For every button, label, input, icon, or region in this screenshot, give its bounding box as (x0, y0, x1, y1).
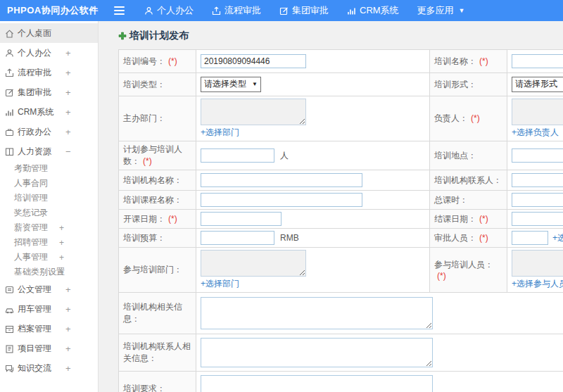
training-plan-form: 培训编号：(*) 培训名称：(*) 培训类型： 请选择类型▼ 培训形式： 请选择… (118, 49, 563, 392)
sidebar-subitem-rewards[interactable]: 奖惩记录 (0, 206, 98, 220)
briefcase-icon (5, 127, 14, 137)
person-icon (5, 49, 14, 58)
sidebar-subitem-personnel[interactable]: 人事管理 + (0, 250, 98, 265)
budget-label: 培训预算： (119, 229, 196, 248)
expand-icon[interactable]: + (65, 343, 71, 354)
requirements-textarea[interactable] (201, 375, 433, 392)
sidebar-item-personal-office[interactable]: 个人办公 + (0, 43, 98, 63)
org-contact-input[interactable] (512, 173, 563, 187)
sidebar-item-projects[interactable]: 项目管理 + (0, 339, 98, 358)
expand-icon[interactable]: + (65, 87, 71, 98)
sidebar-item-crm[interactable]: CRM系统 + (0, 102, 98, 122)
training-mode-label: 培训形式： (430, 73, 507, 96)
expand-icon[interactable]: + (65, 324, 71, 334)
form-row: 开课日期：(*) 结课日期：(*) (119, 210, 563, 229)
nav-label: 集团审批 (292, 4, 329, 17)
total-hours-input[interactable] (512, 193, 563, 207)
location-label: 培训地点： (430, 141, 507, 170)
training-type-select[interactable]: 请选择类型▼ (201, 77, 261, 92)
nav-item-workflow-approval[interactable]: 流程审批 (212, 4, 261, 17)
menu-toggle-icon[interactable] (114, 6, 125, 15)
app-brand: PHPOA协同办公软件 (0, 4, 106, 17)
expand-icon[interactable]: + (65, 363, 71, 374)
nav-item-personal-office[interactable]: 个人办公 (144, 4, 194, 17)
upload-icon (5, 68, 14, 77)
org-name-label: 培训机构名称： (119, 170, 196, 191)
select-participants-link[interactable]: +选择参与人员 (512, 278, 563, 290)
join-dept-textarea[interactable] (201, 250, 306, 277)
nav-label: 个人办公 (157, 4, 194, 17)
expand-icon[interactable]: + (59, 267, 64, 277)
caret-down-icon: ▼ (459, 7, 465, 14)
org-contact-info-textarea[interactable] (201, 338, 433, 367)
sidebar-subitem-recruitment[interactable]: 招聘管理 + (0, 235, 98, 250)
expand-icon[interactable]: + (65, 284, 71, 295)
planned-count-input[interactable] (201, 148, 274, 163)
expand-icon[interactable]: + (65, 127, 71, 137)
form-row: 培训机构相关信息： (119, 293, 563, 334)
planned-count-label: 计划参与培训人数：(*) (119, 141, 196, 170)
training-number-input[interactable] (201, 54, 306, 68)
start-date-label: 开课日期：(*) (119, 210, 196, 229)
sidebar-item-vehicle[interactable]: 用车管理 + (0, 299, 98, 319)
select-dept-link[interactable]: +选择部门 (201, 127, 239, 139)
sidebar-subitem-hr-contract[interactable]: 人事合同 (0, 176, 98, 191)
sidebar-item-admin-office[interactable]: 行政办公 + (0, 122, 98, 141)
org-info-textarea[interactable] (201, 297, 433, 329)
bar-chart-icon (347, 6, 356, 15)
nav-label: 更多应用 (417, 4, 454, 17)
select-leader-link[interactable]: +选择负责人 (512, 127, 559, 139)
sidebar-subitem-base-category[interactable]: 基础类别设置 + (0, 265, 98, 279)
budget-input[interactable] (201, 231, 274, 245)
sidebar-subitem-attendance[interactable]: 考勤管理 (0, 161, 98, 176)
sidebar-item-group-approval[interactable]: 集团审批 + (0, 82, 98, 102)
edit-square-icon (5, 88, 14, 97)
collapse-icon[interactable]: − (65, 146, 71, 157)
page-title: 培训计划发布 (118, 30, 563, 42)
leader-textarea[interactable] (512, 99, 563, 125)
form-row: 培训课程名称： 总课时： (119, 191, 563, 210)
nav-item-crm[interactable]: CRM系统 (347, 4, 399, 17)
expand-icon[interactable]: + (59, 223, 64, 233)
end-date-input[interactable] (512, 212, 563, 226)
expand-icon[interactable]: + (59, 253, 64, 263)
form-row: 计划参与培训人数：(*) 人 培训地点： (119, 141, 563, 170)
home-icon (5, 29, 14, 38)
expand-icon[interactable]: + (65, 304, 71, 315)
expand-icon[interactable]: + (65, 107, 71, 118)
join-people-textarea[interactable] (512, 250, 563, 277)
expand-icon[interactable]: + (59, 238, 64, 248)
course-name-input[interactable] (201, 193, 362, 207)
sidebar-item-knowledge[interactable]: 知识交流 + (0, 358, 98, 378)
start-date-input[interactable] (201, 212, 282, 226)
sidebar-subitem-salary[interactable]: 薪资管理 + (0, 220, 98, 235)
main-content: 培训计划发布 培训编号：(*) 培训名称：(*) 培训类型： 请选择类型▼ 培训… (99, 21, 563, 392)
expand-icon[interactable]: + (65, 68, 71, 78)
host-dept-textarea[interactable] (201, 99, 306, 125)
location-input[interactable] (512, 148, 563, 163)
training-name-label: 培训名称：(*) (430, 50, 507, 73)
org-contact-label: 培训机构联系人： (430, 170, 507, 191)
host-dept-label: 主办部门： (119, 96, 196, 141)
nav-item-more-apps[interactable]: 更多应用 ▼ (417, 4, 465, 17)
training-mode-select[interactable]: 请选择形式▼ (512, 77, 563, 92)
approver-input[interactable] (512, 231, 548, 245)
org-name-input[interactable] (201, 173, 362, 187)
sidebar-item-human-resources[interactable]: 人力资源 − (0, 141, 98, 161)
sidebar-item-official-docs[interactable]: 公文管理 + (0, 279, 98, 299)
select-dept-link[interactable]: +选择部门 (201, 278, 239, 290)
expand-icon[interactable]: + (65, 48, 71, 58)
sidebar-item-personal-desktop[interactable]: 个人桌面 (0, 23, 98, 43)
sidebar-subitem-training[interactable]: 培训管理 (0, 191, 98, 206)
nav-item-group-approval[interactable]: 集团审批 (279, 4, 329, 17)
sidebar-item-workflow-approval[interactable]: 流程审批 + (0, 63, 98, 82)
select-approver-link[interactable]: +选择审批人员 (552, 232, 563, 244)
sidebar-item-archives[interactable]: 档案管理 + (0, 319, 98, 339)
green-plus-icon (118, 32, 127, 40)
org-info-label: 培训机构相关信息： (119, 293, 196, 334)
form-row: 培训编号：(*) 培训名称：(*) (119, 50, 563, 73)
form-row: 参与培训部门： +选择部门 参与培训人员：(*) +选择参与人员 (119, 248, 563, 293)
training-name-input[interactable] (512, 54, 563, 68)
form-row: 培训机构联系人相关信息： (119, 334, 563, 372)
training-type-label: 培训类型： (119, 73, 196, 96)
